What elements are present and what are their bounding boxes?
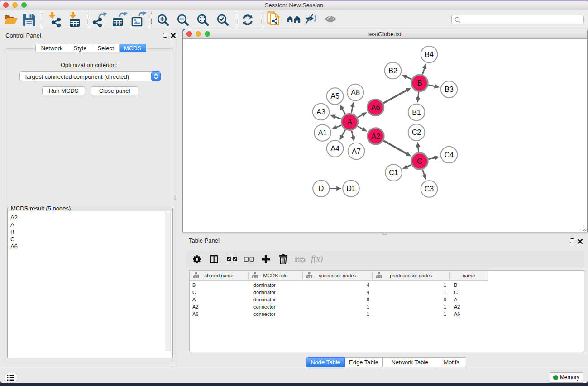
svg-text:C3: C3 <box>425 185 434 193</box>
svg-text:A3: A3 <box>316 108 325 116</box>
svg-text:A8: A8 <box>351 89 360 96</box>
svg-text:A: A <box>347 118 352 126</box>
svg-text:A6: A6 <box>371 104 380 111</box>
svg-text:C2: C2 <box>412 129 421 136</box>
svg-text:A4: A4 <box>330 145 339 152</box>
svg-text:B: B <box>417 79 422 87</box>
svg-text:B3: B3 <box>445 86 454 93</box>
svg-text:C1: C1 <box>389 169 398 176</box>
svg-text:B2: B2 <box>388 67 397 75</box>
svg-text:B4: B4 <box>425 51 434 58</box>
svg-text:A7: A7 <box>352 148 361 155</box>
svg-text:D: D <box>319 185 324 192</box>
svg-text:D1: D1 <box>346 185 356 192</box>
svg-text:A2: A2 <box>371 133 380 140</box>
svg-text:A5: A5 <box>330 92 339 100</box>
svg-text:A1: A1 <box>318 129 327 137</box>
svg-text:C4: C4 <box>445 151 454 159</box>
svg-text:C: C <box>417 157 422 165</box>
svg-text:B1: B1 <box>412 109 421 116</box>
